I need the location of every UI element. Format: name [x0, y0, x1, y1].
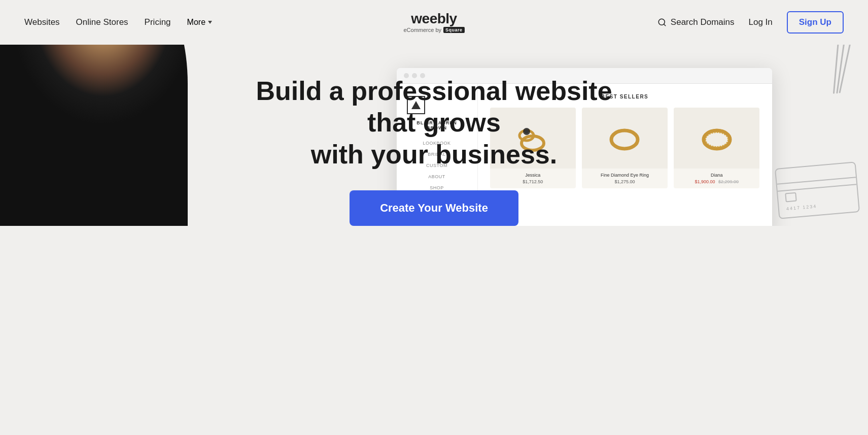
chevron-down-icon — [208, 21, 212, 24]
hero-content: Build a professional website that grows … — [0, 75, 868, 226]
nav-left: Websites Online Stores Pricing More — [24, 17, 212, 27]
square-badge: Square — [443, 27, 465, 33]
hero-headline: Build a professional website that grows … — [236, 75, 632, 170]
create-website-button[interactable]: Create Your Website — [350, 190, 518, 226]
signup-button[interactable]: Sign Up — [787, 11, 844, 34]
logo-wordmark: weebly — [403, 12, 464, 26]
logo[interactable]: weebly eCommerce by Square — [403, 12, 464, 33]
logo-subtext: eCommerce by Square — [403, 27, 464, 33]
header: Websites Online Stores Pricing More weeb… — [0, 0, 868, 45]
nav-websites[interactable]: Websites — [24, 17, 60, 27]
search-domains-label: Search Domains — [671, 17, 735, 27]
nav-more[interactable]: More — [187, 18, 212, 27]
nav-online-stores[interactable]: Online Stores — [76, 17, 128, 27]
svg-line-1 — [664, 24, 665, 25]
nav-more-label: More — [187, 18, 205, 27]
search-icon — [657, 18, 667, 27]
login-link[interactable]: Log In — [749, 17, 773, 27]
nav-pricing[interactable]: Pricing — [145, 17, 171, 27]
hero-section: Build a professional website that grows … — [0, 45, 868, 226]
nav-right: Search Domains Log In Sign Up — [657, 11, 844, 34]
search-domains-link[interactable]: Search Domains — [657, 17, 735, 27]
